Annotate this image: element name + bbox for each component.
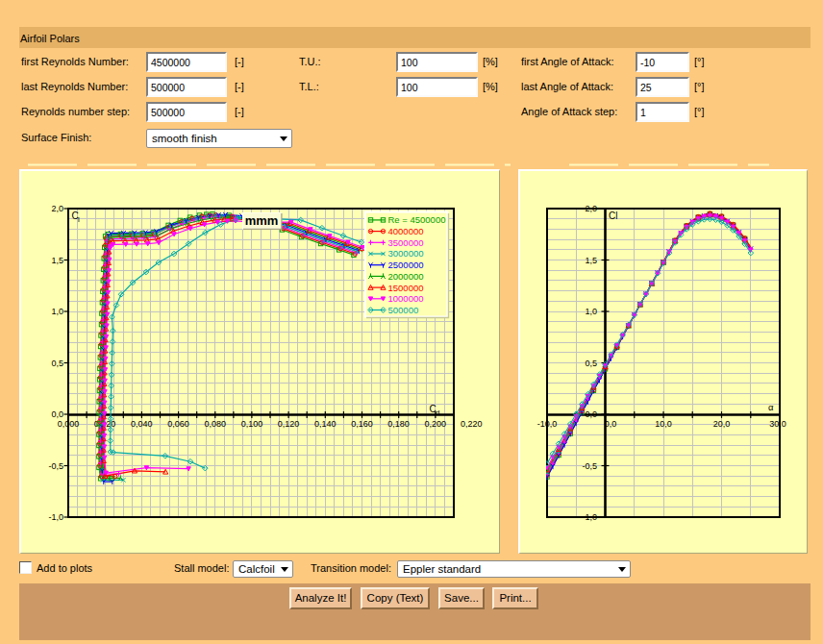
svg-text:0,080: 0,080 xyxy=(204,419,226,429)
svg-text:mmm: mmm xyxy=(245,213,279,228)
svg-text:0,220: 0,220 xyxy=(461,419,483,429)
svg-text:0,180: 0,180 xyxy=(387,419,410,429)
svg-text:4000000: 4000000 xyxy=(388,226,424,236)
svg-text:-1,0: -1,0 xyxy=(582,512,597,522)
svg-text:10,0: 10,0 xyxy=(655,419,672,429)
svg-text:2000000: 2000000 xyxy=(388,271,424,282)
svg-text:0,0: 0,0 xyxy=(605,419,617,429)
svg-text:1,0: 1,0 xyxy=(585,307,597,316)
svg-text:0,5: 0,5 xyxy=(585,359,597,368)
svg-text:-0,5: -0,5 xyxy=(582,461,597,471)
svg-text:0,120: 0,120 xyxy=(278,419,300,429)
svg-text:0,200: 0,200 xyxy=(425,419,447,429)
svg-text:d: d xyxy=(436,409,439,417)
svg-text:20,0: 20,0 xyxy=(713,419,731,429)
svg-text:0,060: 0,060 xyxy=(167,419,189,429)
svg-text:3500000: 3500000 xyxy=(388,237,424,248)
svg-text:0,000: 0,000 xyxy=(58,419,80,429)
svg-text:1000000: 1000000 xyxy=(388,293,424,304)
svg-text:0,100: 0,100 xyxy=(241,419,263,429)
svg-text:l: l xyxy=(78,215,80,224)
svg-text:30,0: 30,0 xyxy=(769,419,786,429)
svg-text:0,0: 0,0 xyxy=(585,409,597,419)
svg-text:0,040: 0,040 xyxy=(131,419,153,429)
svg-text:0,140: 0,140 xyxy=(314,419,337,429)
svg-text:2,0: 2,0 xyxy=(585,204,597,213)
svg-text:500000: 500000 xyxy=(388,305,419,315)
svg-text:2500000: 2500000 xyxy=(388,260,424,270)
svg-text:1,5: 1,5 xyxy=(585,256,597,265)
svg-text:-10,0: -10,0 xyxy=(537,419,558,429)
svg-text:-1,0: -1,0 xyxy=(48,512,63,522)
svg-text:Re = 4500000: Re = 4500000 xyxy=(388,214,446,225)
svg-text:α: α xyxy=(768,402,774,412)
svg-text:Cl: Cl xyxy=(609,211,617,221)
svg-text:1,0: 1,0 xyxy=(51,307,63,316)
svg-text:0,0: 0,0 xyxy=(51,409,63,419)
svg-text:1500000: 1500000 xyxy=(388,283,424,293)
svg-text:3000000: 3000000 xyxy=(388,248,424,259)
svg-text:1,5: 1,5 xyxy=(51,256,63,265)
svg-text:0,5: 0,5 xyxy=(51,359,63,368)
svg-text:2,0: 2,0 xyxy=(51,204,63,213)
svg-text:0,160: 0,160 xyxy=(351,419,373,429)
svg-text:-0,5: -0,5 xyxy=(48,461,63,471)
